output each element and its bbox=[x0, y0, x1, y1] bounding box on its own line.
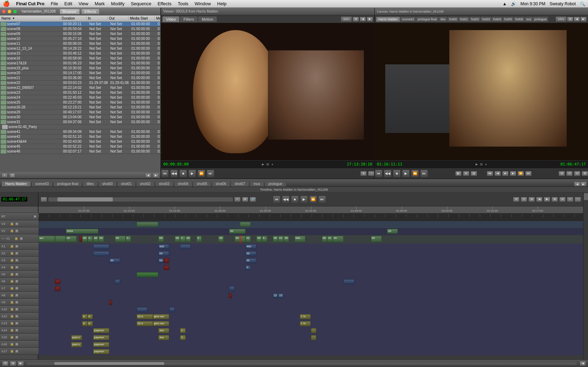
clip-a10-1[interactable] bbox=[137, 307, 147, 312]
clip-v3-2[interactable] bbox=[240, 222, 251, 227]
clip-a13-4[interactable]: gino soc bbox=[153, 321, 170, 326]
canvas-ctrl-goto-start[interactable]: ⏮ bbox=[375, 170, 382, 177]
viewer-tab-motion[interactable]: Motion bbox=[198, 16, 217, 22]
clip-a9-red[interactable] bbox=[109, 300, 112, 305]
track-a14-snap[interactable]: ⊞ bbox=[15, 328, 19, 332]
canvas-ctrl-extra4[interactable]: ⊠ bbox=[582, 171, 588, 176]
tl-ctrl-zoom-out[interactable]: - bbox=[41, 197, 47, 202]
tl-ctrl-link[interactable]: 🔗 bbox=[250, 197, 256, 202]
window-minimize-btn[interactable] bbox=[8, 10, 11, 13]
menu-help[interactable]: Help bbox=[217, 1, 227, 6]
clip-v1-1[interactable]: am bbox=[39, 236, 55, 242]
clip-v2-2[interactable]: 00 bbox=[229, 229, 245, 234]
tl-tab-shot06[interactable]: shot06 bbox=[212, 181, 230, 186]
clip-a1-4[interactable]: 400 bbox=[245, 244, 256, 249]
track-a1-lock[interactable]: 🔒 bbox=[10, 244, 14, 248]
ctrl-goto-start[interactable]: ⏮ bbox=[161, 170, 169, 177]
clip-v1-10[interactable]: 00 bbox=[158, 236, 164, 242]
timeline-zoom-scroll[interactable] bbox=[48, 197, 233, 202]
timeline-tracks-scroll[interactable]: 0004 00 00 am 00 00 bbox=[39, 213, 583, 359]
canvas-ctrl-c[interactable]: ■ bbox=[502, 171, 509, 176]
tl-ctrl-stop[interactable]: ■ bbox=[291, 196, 299, 203]
clip-a16-1[interactable]: paul s bbox=[71, 342, 82, 347]
clip-a14-3[interactable]: 241 bbox=[180, 328, 186, 333]
viewer-left-zoom[interactable]: 43% bbox=[341, 16, 352, 22]
menu-effects[interactable]: Effects bbox=[158, 1, 172, 6]
viewer-left-prev-frame[interactable]: ◀ bbox=[360, 17, 366, 22]
track-a2-snap[interactable]: ⊞ bbox=[15, 251, 19, 255]
track-rt-btn[interactable]: ▼ bbox=[33, 214, 37, 219]
track-a6-lock[interactable]: 🔒 bbox=[10, 279, 14, 283]
track-a7-snap[interactable]: ⊞ bbox=[15, 286, 19, 290]
tl-ctrl-extra1[interactable]: ⊟ bbox=[513, 197, 519, 202]
track-a7-lock[interactable]: 🔒 bbox=[10, 286, 14, 290]
track-a13-snap[interactable]: ⊞ bbox=[15, 321, 19, 325]
track-v2-snap[interactable]: ⊞ bbox=[15, 229, 19, 233]
tl-ctrl-extra6[interactable]: ⊠ bbox=[552, 197, 558, 202]
clip-v1-20[interactable]: 00 bbox=[273, 236, 278, 242]
browser-prev-btn[interactable]: ◀ bbox=[145, 173, 151, 178]
clip-a6-2[interactable] bbox=[344, 279, 354, 284]
viewer-left-next-frame[interactable]: ▶ bbox=[367, 17, 373, 22]
canvas-tab-hot02[interactable]: hot02 bbox=[470, 17, 480, 22]
track-a9-lock[interactable]: 🔒 bbox=[10, 300, 14, 304]
canvas-ctrl-play-reverse[interactable]: ◀◀ bbox=[384, 170, 392, 177]
clip-v1-5[interactable]: 000 bbox=[88, 236, 93, 242]
browser-row[interactable]: scene32-40_Party bbox=[0, 125, 160, 129]
canvas-tab-prologue[interactable]: prologue final bbox=[416, 17, 438, 22]
clip-v1-red1[interactable] bbox=[79, 236, 82, 242]
browser-row[interactable]: scene19_plus00:10:30:02Not SetNot Set01:… bbox=[0, 66, 160, 71]
browser-next-btn[interactable]: ▶ bbox=[153, 173, 159, 178]
browser-row[interactable]: scene1500:03:48:12Not SetNot Set01:00:00… bbox=[0, 51, 160, 56]
clip-a16-2[interactable]: paymon bbox=[93, 342, 110, 347]
clip-a4-1[interactable]: 000 bbox=[245, 265, 251, 270]
track-a16-lock[interactable]: 🔒 bbox=[10, 342, 14, 346]
clip-a12-3[interactable]: 02 b bbox=[137, 314, 153, 319]
track-a6-snap[interactable]: ⊞ bbox=[15, 279, 19, 283]
browser-row[interactable]: scene1100:00:08:03Not SetNot Set01:00:00… bbox=[0, 41, 160, 46]
tl-tab-shot03[interactable]: shot03 bbox=[155, 181, 173, 186]
clip-a2-1[interactable] bbox=[93, 251, 110, 256]
browser-row[interactable]: scene2000:14:17:00Not SetNot Set01:00:00… bbox=[0, 71, 160, 76]
window-close-btn[interactable] bbox=[2, 10, 6, 13]
clip-a13-2[interactable]: b bbox=[88, 321, 93, 326]
clip-v2-1[interactable]: 0004 bbox=[66, 229, 98, 234]
canvas-ctrl-d[interactable]: ▶ bbox=[510, 171, 516, 176]
clip-v1-21[interactable]: 01 bbox=[278, 236, 284, 242]
tl-ctrl-extra7[interactable]: ⊟ bbox=[559, 197, 566, 202]
browser-row[interactable]: scene0900:00:15:08Not SetNot Set01:00:00… bbox=[0, 31, 160, 36]
menu-sequence[interactable]: Sequence bbox=[131, 1, 151, 6]
browser-row[interactable]: scene4100:09:34:09Not SetNot Set01:00:00… bbox=[0, 129, 160, 134]
canvas-tab-prol[interactable]: prologue bbox=[533, 17, 548, 22]
clip-v1-22[interactable]: 00 bbox=[284, 236, 289, 242]
clip-a15-3[interactable]: Joo bbox=[158, 335, 169, 340]
track-a14-lock[interactable]: 🔒 bbox=[10, 328, 14, 332]
tl-bottom-btn2[interactable]: ⊞ bbox=[10, 361, 16, 366]
clip-a15-2[interactable]: paymon bbox=[93, 335, 110, 340]
canvas-ctrl-extra1[interactable]: ⊞ bbox=[559, 171, 565, 176]
browser-row[interactable]: scene43&4400:02:43:00Not SetNot Set01:00… bbox=[0, 139, 160, 144]
browser-row[interactable]: scene17&1800:01:06:23Not SetNot Set01:00… bbox=[0, 61, 160, 66]
clip-a1-3[interactable] bbox=[180, 244, 191, 249]
clip-v1-26[interactable]: 00 bbox=[333, 236, 344, 242]
window-zoom-btn[interactable] bbox=[13, 10, 17, 13]
clip-v1-27[interactable]: 00 bbox=[371, 236, 382, 242]
canvas-tab-hot01[interactable]: hot01 bbox=[459, 17, 470, 22]
canvas-ctrl-play[interactable]: ▶ bbox=[402, 170, 410, 177]
tl-ctrl-play-rev[interactable]: ◀◀ bbox=[282, 196, 290, 203]
tl-ctrl-snap[interactable]: ⊞ bbox=[242, 197, 248, 202]
tl-tab-scroll-left[interactable]: ◀ bbox=[574, 182, 580, 186]
track-v1-snap[interactable]: ⊞ bbox=[19, 237, 23, 241]
clip-v1-14[interactable]: 00124 bbox=[196, 236, 202, 242]
clip-a17-1[interactable]: paymon bbox=[93, 349, 110, 354]
tl-bottom-btn1[interactable]: ☰ bbox=[2, 361, 8, 366]
tl-tab-scene63[interactable]: scene63 bbox=[32, 181, 53, 186]
col-header-name[interactable]: Name ▼ bbox=[0, 16, 60, 20]
track-a3-lock[interactable]: 🔒 bbox=[10, 258, 14, 262]
canvas-ctrl-extra3[interactable]: ⊟ bbox=[574, 171, 580, 176]
canvas-tab-sus[interactable]: sus bbox=[525, 17, 533, 22]
clip-v1-7[interactable]: 00 bbox=[98, 236, 104, 242]
canvas-ctrl-edit3[interactable]: ▥ bbox=[471, 171, 477, 176]
clip-a6-red[interactable] bbox=[55, 279, 61, 284]
clip-a14-4[interactable] bbox=[311, 328, 317, 333]
